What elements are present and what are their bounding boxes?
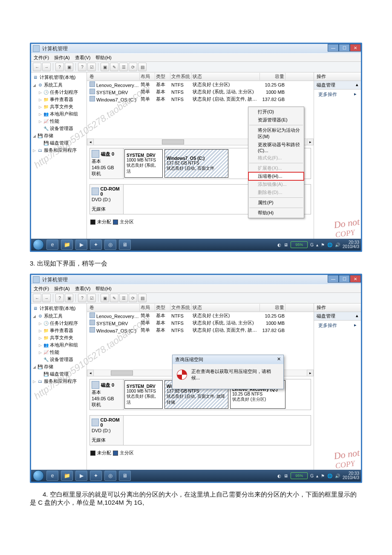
volume-row[interactable]: Windows7_OS (C:)简单基本NTFS状态良好 (启动, 页面文件, … [87,327,314,334]
tray-icon[interactable]: G [310,243,314,247]
ctx-explorer[interactable]: 资源管理器(E) [248,116,304,124]
clock[interactable]: 20:33 2010/4/3 [343,471,359,480]
tb-help[interactable]: ? [55,294,64,302]
tb-q[interactable]: ? [78,63,86,71]
menu-help[interactable]: 帮助(H) [95,286,111,292]
tray-icon[interactable]: ◐ [277,243,281,247]
tree-item[interactable]: ◢存储 [31,363,86,370]
tb-refresh[interactable]: ⟳ [129,294,137,302]
start-button[interactable] [33,239,44,250]
tb-back[interactable]: ← [33,63,41,71]
more-actions[interactable]: 更多操作 [318,91,337,98]
tb-q[interactable]: ? [78,294,86,302]
tree-item[interactable]: ▷性能 [31,349,86,356]
partition[interactable]: SYSTEM_DRV 1000 MB NTFS 状态良好 (系统, 活 [124,380,163,409]
tb-check[interactable]: ☑ [87,63,96,71]
nav-tree[interactable]: 计算机管理(本地) ◢系统工具 ▷任务计划程序 ▷事件查看器 ▷共享文件夹 ▷本… [31,72,87,239]
tree-root[interactable]: 计算机管理(本地) [40,305,75,312]
taskbar-media-icon[interactable]: ▶ [75,471,87,481]
menu-action[interactable]: 操作(A) [54,286,70,292]
ctx-mark-active[interactable]: 将分区标记为活动分区(M) [248,126,304,141]
tb-view[interactable]: ▣ [65,63,73,71]
tray-flag-icon[interactable]: ⚑ [321,243,325,247]
tray-icon[interactable]: 🖥 [284,474,288,478]
window-min-button[interactable]: — [328,44,339,52]
volume-row[interactable]: Lenovo_Recovery (Q:)简单基本NTFS状态良好 (主分区)10… [87,81,314,88]
window-titlebar[interactable]: 计算机管理 — ☐ ✕ [31,275,361,284]
tb-check[interactable]: ☑ [87,294,96,302]
tray-icon[interactable]: 🖥 [284,243,288,247]
window-max-button[interactable]: ☐ [339,44,350,52]
tb-list[interactable]: ☰ [119,294,128,302]
ctx-open[interactable]: 打开(O) [248,108,304,116]
window-close-button[interactable]: ✕ [350,275,361,283]
menu-view[interactable]: 查看(V) [75,55,91,61]
tree-item[interactable]: ▷事件查看器 [31,327,86,334]
partition[interactable]: SYSTEM_DRV 1000 MB NTFS 状态良好 (系统, 活 [124,149,163,178]
menu-file[interactable]: 文件(F) [34,55,49,61]
taskbar-disc-icon[interactable]: ◎ [104,240,116,250]
tree-item[interactable]: ◢系统工具 [31,312,86,320]
window-titlebar[interactable]: 计算机管理 — ☐ ✕ [31,44,361,53]
taskbar[interactable]: e 📁 ▶ ✦ ◎ 🖥 ◐ 🖥 95% G ▴ ⚑ 🌐 🔊 20:33 2010… [31,470,361,482]
menu-action[interactable]: 操作(A) [54,55,70,61]
taskbar[interactable]: e 📁 ▶ ✦ ◎ 🖥 ◐ 🖥 95% G ▴ ⚑ 🌐 🔊 20:33 [31,239,361,251]
tree-item[interactable]: ▷本地用户和组 [31,110,86,118]
ctx-change-drive[interactable]: 更改驱动器号和路径(C)... [248,141,304,154]
tray-chevron-icon[interactable]: ▴ [316,474,318,478]
clock[interactable]: 20:33 2010/4/3 [343,240,359,249]
taskbar-ie-icon[interactable]: e [46,471,58,481]
taskbar-media-icon[interactable]: ▶ [75,240,87,250]
tray-flag-icon[interactable]: ⚑ [321,474,325,478]
ctx-help[interactable]: 帮助(H) [248,209,304,217]
taskbar-ie-icon[interactable]: e [46,240,58,250]
taskbar-app-icon[interactable]: ✦ [90,240,102,250]
tb-back[interactable]: ← [33,294,41,302]
tb-rows[interactable]: ▤ [138,63,147,71]
tray-volume-icon[interactable]: 🔊 [335,243,340,247]
tree-item[interactable]: ▷事件查看器 [31,96,86,103]
tree-item[interactable]: ▷任务计划程序 [31,89,86,96]
tree-item[interactable]: ▷共享文件夹 [31,103,86,110]
ctx-shrink[interactable]: 压缩卷(H)... [248,172,304,180]
battery-indicator[interactable]: 95% [291,472,308,479]
tb-fwd[interactable]: → [42,294,51,302]
tree-item[interactable]: ▷性能 [31,118,86,125]
right-sub[interactable]: 磁盘管理 [317,82,335,88]
tree-root[interactable]: 计算机管理(本地) [40,74,75,81]
volume-row[interactable]: Lenovo_Recovery (Q:)简单基本NTFS状态良好 (主分区)10… [87,312,314,319]
taskbar-disc-icon[interactable]: ◎ [104,471,116,481]
tb-refresh[interactable]: ⟳ [129,63,137,71]
taskbar-explorer-icon[interactable]: 📁 [61,471,73,481]
tray-network-icon[interactable]: 🌐 [327,243,332,247]
tree-item[interactable]: 设备管理器 [31,125,86,132]
start-button[interactable] [33,470,44,481]
tb-grid[interactable]: ▣ [101,63,109,71]
volume-row[interactable]: SYSTEM_DRV简单基本NTFS状态良好 (系统, 活动, 主分区)1000… [87,88,314,95]
tb-rows[interactable]: ▤ [138,294,147,302]
taskbar-explorer-icon[interactable]: 📁 [61,240,73,250]
volume-row[interactable]: SYSTEM_DRV简单基本NTFS状态良好 (系统, 活动, 主分区)1000… [87,319,314,327]
tb-view[interactable]: ▣ [65,294,73,302]
volume-row[interactable]: Windows7_OS (C:)简单基本NTFS状态良好 (启动, 页面文件, … [87,95,314,103]
tb-list[interactable]: ☰ [119,63,128,71]
tray-network-icon[interactable]: 🌐 [327,474,332,478]
dialog-close-icon[interactable]: ✕ [277,356,281,363]
tree-item[interactable]: ▷共享文件夹 [31,334,86,341]
taskbar-app-icon[interactable]: ✦ [90,471,102,481]
tb-fwd[interactable]: → [42,63,51,71]
tree-item[interactable]: ▷服务和应用程序 [31,378,86,385]
tray-icon[interactable]: ◐ [277,474,281,478]
tree-item[interactable]: 磁盘管理 [31,139,86,147]
tree-item[interactable]: ▷本地用户和组 [31,341,86,349]
tray-chevron-icon[interactable]: ▴ [316,243,318,247]
tb-help[interactable]: ? [55,63,64,71]
window-max-button[interactable]: ☐ [339,275,350,283]
tray-volume-icon[interactable]: 🔊 [335,474,340,478]
taskbar-mgmt-icon[interactable]: 🖥 [119,240,131,250]
tb-grid[interactable]: ▣ [101,294,109,302]
tray-icon[interactable]: G [310,474,314,478]
menu-help[interactable]: 帮助(H) [95,55,111,61]
tb-edit[interactable]: ✎ [110,294,118,302]
window-close-button[interactable]: ✕ [350,44,361,52]
